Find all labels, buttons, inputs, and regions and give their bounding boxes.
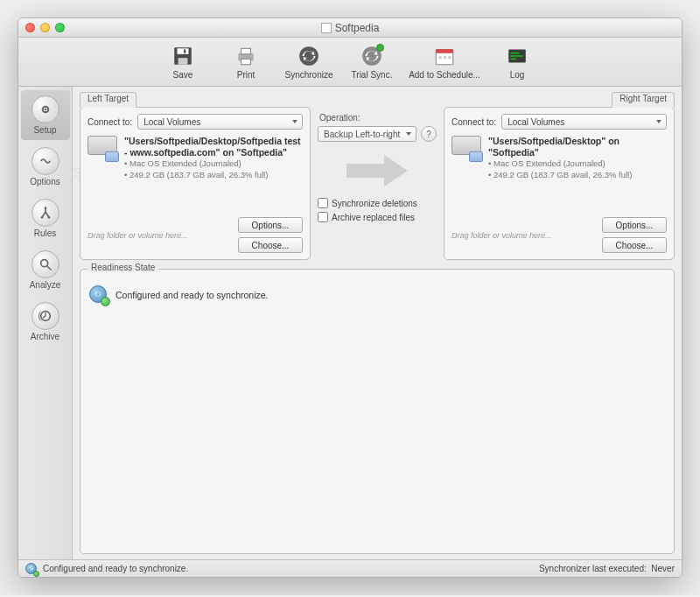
- log-icon: [505, 44, 529, 68]
- operation-column: Operation: Backup Left-to-right ? Synchr…: [318, 92, 437, 260]
- sync-deletions-checkbox[interactable]: [318, 198, 328, 208]
- main-panel: SOFTPEDIA Left Target Connect to: Local …: [73, 87, 682, 559]
- sidebar-item-setup[interactable]: Setup: [21, 90, 70, 140]
- svg-point-22: [47, 216, 50, 219]
- direction-arrow-icon: [342, 152, 412, 191]
- app-window: Softpedia Save Print Synchronize: [18, 18, 682, 578]
- svg-point-21: [40, 216, 43, 219]
- left-choose-button[interactable]: Choose...: [238, 237, 303, 253]
- svg-rect-2: [178, 58, 188, 65]
- trial-sync-button[interactable]: Trial Sync.: [340, 44, 403, 80]
- window-title-area: Softpedia: [18, 22, 682, 34]
- archive-replaced-label: Archive replaced files: [332, 213, 415, 222]
- svg-rect-12: [444, 56, 446, 59]
- right-size: 249.2 GB (183.7 GB avail, 26.3% full): [494, 170, 632, 179]
- log-label: Log: [510, 70, 525, 80]
- print-label: Print: [237, 70, 256, 80]
- right-target-tab[interactable]: Right Target: [612, 92, 675, 108]
- rules-label: Rules: [34, 228, 57, 238]
- rules-icon: [32, 199, 60, 227]
- left-size: 249.2 GB (183.7 GB avail, 26.3% full): [130, 170, 268, 179]
- save-button[interactable]: Save: [151, 44, 214, 80]
- zoom-window-button[interactable]: [55, 23, 65, 32]
- svg-point-7: [299, 46, 318, 66]
- analyze-icon: [32, 250, 60, 278]
- log-button[interactable]: Log: [486, 44, 549, 80]
- status-left-text: Configured and ready to synchronize.: [43, 564, 188, 573]
- svg-rect-1: [178, 48, 189, 54]
- print-button[interactable]: Print: [214, 44, 277, 80]
- sidebar-item-options[interactable]: Options: [21, 142, 70, 192]
- statusbar: Configured and ready to synchronize. Syn…: [18, 559, 682, 577]
- right-connect-label: Connect to:: [452, 117, 496, 127]
- save-label: Save: [173, 70, 193, 80]
- svg-point-19: [44, 109, 46, 111]
- sync-deletions-row[interactable]: Synchronize deletions: [318, 198, 437, 208]
- status-right-label: Synchronizer last executed:: [539, 564, 647, 573]
- readiness-status-icon: [89, 285, 108, 305]
- right-fs: Mac OS Extended (Journaled): [494, 158, 606, 168]
- sidebar: Setup Options Rules Analyze Archive: [18, 87, 73, 559]
- toolbar: Save Print Synchronize Trial Sync.: [18, 38, 682, 87]
- left-drive-info: "Users/Softpedia/Desktop/Softpedia test …: [88, 136, 303, 181]
- svg-rect-5: [242, 48, 251, 54]
- right-drive-info: "Users/Softpedia/Desktop" on "Softpedia"…: [452, 136, 667, 181]
- window-title: Softpedia: [335, 22, 380, 34]
- document-icon: [321, 23, 332, 33]
- status-ready-icon: [25, 563, 38, 575]
- svg-rect-6: [242, 59, 251, 65]
- calendar-icon: [432, 44, 457, 68]
- operation-dropdown[interactable]: Backup Left-to-right: [318, 126, 416, 142]
- trial-sync-icon: [360, 44, 384, 68]
- drive-icon: [88, 136, 119, 162]
- left-connect-label: Connect to:: [88, 117, 132, 127]
- right-path-title: "Users/Softpedia/Desktop" on "Softpedia": [488, 136, 667, 158]
- sidebar-item-archive[interactable]: Archive: [21, 297, 70, 347]
- save-icon: [171, 44, 195, 68]
- trial-sync-label: Trial Sync.: [352, 70, 393, 80]
- right-connect-dropdown[interactable]: Local Volumes: [501, 114, 667, 130]
- archive-replaced-checkbox[interactable]: [318, 212, 328, 222]
- left-options-button[interactable]: Options...: [238, 217, 303, 233]
- readiness-group-label: Readiness State: [88, 263, 158, 272]
- options-icon: [32, 147, 60, 175]
- readiness-panel: Readiness State Configured and ready to …: [80, 269, 675, 554]
- add-schedule-button[interactable]: Add to Schedule...: [403, 44, 486, 80]
- sidebar-item-rules[interactable]: Rules: [21, 193, 70, 243]
- readiness-message: Configured and ready to synchronize.: [116, 290, 269, 300]
- status-right-value: Never: [651, 564, 675, 573]
- svg-point-20: [44, 207, 46, 209]
- left-target-tab[interactable]: Left Target: [80, 92, 136, 108]
- left-fs: Mac OS Extended (Journaled): [130, 158, 242, 168]
- right-target-panel: Right Target Connect to: Local Volumes "…: [444, 92, 675, 260]
- print-icon: [234, 44, 258, 68]
- close-window-button[interactable]: [25, 23, 35, 32]
- sidebar-item-analyze[interactable]: Analyze: [21, 245, 70, 295]
- left-drag-hint: Drag folder or volume here...: [88, 231, 188, 240]
- right-drag-hint: Drag folder or volume here...: [452, 231, 552, 240]
- right-options-button[interactable]: Options...: [602, 217, 667, 233]
- synchronize-button[interactable]: Synchronize: [277, 44, 340, 80]
- titlebar: Softpedia: [18, 18, 682, 38]
- help-button[interactable]: ?: [421, 126, 437, 142]
- archive-replaced-row[interactable]: Archive replaced files: [318, 212, 437, 222]
- operation-label: Operation:: [319, 113, 360, 123]
- svg-rect-10: [436, 49, 453, 53]
- drive-icon: [452, 136, 483, 162]
- setup-icon: [32, 95, 60, 123]
- archive-label: Archive: [31, 332, 60, 341]
- right-choose-button[interactable]: Choose...: [602, 237, 667, 253]
- left-target-panel: Left Target Connect to: Local Volumes "U…: [80, 92, 311, 260]
- minimize-window-button[interactable]: [40, 23, 50, 32]
- analyze-label: Analyze: [30, 280, 61, 290]
- svg-rect-11: [439, 56, 442, 59]
- left-connect-dropdown[interactable]: Local Volumes: [137, 114, 303, 130]
- archive-icon: [32, 302, 60, 330]
- targets-row: Left Target Connect to: Local Volumes "U…: [80, 92, 675, 260]
- options-label: Options: [30, 177, 60, 186]
- sync-deletions-label: Synchronize deletions: [332, 199, 417, 208]
- svg-line-24: [47, 266, 51, 270]
- synchronize-icon: [297, 44, 321, 68]
- synchronize-label: Synchronize: [284, 70, 332, 80]
- left-path-title: "Users/Softpedia/Desktop/Softpedia test …: [124, 136, 303, 158]
